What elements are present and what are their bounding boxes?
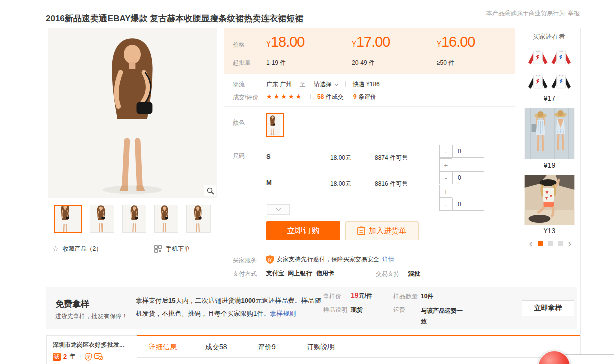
favorite-button[interactable]: 收藏产品（2）	[62, 245, 102, 253]
color-label: 颜色	[233, 118, 245, 127]
tab-reviews[interactable]: 评价9	[258, 336, 276, 358]
review-count-suffix: 条评价	[358, 93, 376, 100]
quantity-input-s[interactable]	[452, 145, 484, 158]
add-to-purchase-list-button[interactable]: 加入进货单	[345, 221, 419, 240]
thumbnail-1-selected[interactable]	[54, 205, 82, 233]
seller-badges: 诚 2 年 | 保	[53, 352, 103, 361]
price-label: 价格	[233, 41, 245, 49]
thumbnail-2[interactable]	[90, 205, 114, 233]
decrease-qty-button-m[interactable]: -	[439, 171, 452, 184]
price-tier-1: ¥18.00	[266, 34, 304, 50]
sample-freight-value: 与该产品运费一致	[421, 306, 465, 327]
moq-tier-2: 20-49 件	[352, 59, 375, 67]
size-row-3-partial: -	[439, 198, 485, 211]
seller-name-link[interactable]: 深圳市龙岗区衣好多批发...	[53, 341, 124, 349]
tab-deals[interactable]: 成交58	[205, 336, 227, 358]
ship-from: 广东 广州	[266, 81, 292, 88]
color-swatch-selected[interactable]	[266, 113, 284, 137]
sample-title: 免费拿样	[55, 298, 89, 310]
buyer-service-label: 买家服务	[233, 256, 257, 265]
size-name-s: S	[266, 153, 271, 160]
size-name-m: M	[266, 179, 272, 186]
size-stock-m: 8816 件可售	[375, 180, 408, 188]
trade-card-icon	[94, 353, 103, 360]
increase-qty-button-m[interactable]: +	[439, 185, 452, 198]
related-item-3[interactable]	[524, 175, 575, 225]
trade-support-label: 交易支持	[376, 270, 400, 278]
related-item-2[interactable]	[524, 108, 575, 159]
divider	[345, 81, 346, 87]
divider	[224, 106, 515, 107]
payment-methods: 支付宝 网上银行 信用卡	[266, 269, 334, 278]
magnifier-icon[interactable]	[204, 185, 216, 196]
deal-rating-row: ★★★★★ 58 件成交 9 条评价	[266, 93, 376, 101]
guarantee-shield-icon: 保	[266, 255, 274, 264]
quantity-input-m[interactable]	[452, 171, 484, 184]
sidebar-title: 买家还在看	[523, 32, 575, 41]
star-rating: ★★★★★	[266, 93, 303, 100]
tab-order-instructions[interactable]: 订购说明	[306, 336, 335, 358]
related-item-2-price: ¥19	[524, 161, 575, 169]
page-dot-3[interactable]	[558, 241, 563, 246]
chevron-down-icon	[334, 81, 339, 88]
free-sample-panel: 免费拿样 进货先拿样，批发有保障！ 拿样支付后15天内，二次店铺进货满1000元…	[46, 287, 577, 329]
decrease-qty-button-s[interactable]: -	[439, 145, 452, 158]
purchase-note: 本产品采购属于商业贸易行为	[486, 9, 565, 18]
sample-price-value: 19元/件	[351, 291, 372, 300]
destination-select[interactable]: 请选择	[314, 81, 339, 88]
logistics-row: 广东 广州 至 请选择 快递 ¥186	[266, 80, 380, 89]
divider: |	[79, 354, 81, 360]
expand-sizes-button[interactable]	[267, 204, 290, 215]
sample-rule-link[interactable]: 拿样规则	[270, 310, 296, 317]
seller-card: 深圳市龙岗区衣好多批发... 诚 2 年 | 保	[46, 335, 137, 364]
review-count[interactable]: 9	[353, 93, 357, 100]
price-tier-3: ¥16.00	[437, 34, 475, 50]
increase-qty-button-s[interactable]: +	[439, 158, 452, 171]
sample-qty-label: 样品数量	[393, 292, 418, 301]
service-detail-link[interactable]: 详情	[382, 255, 394, 264]
page-dot-2[interactable]	[548, 241, 553, 246]
main-product-image[interactable]	[48, 28, 217, 198]
buyer-service-text: 卖家支持先行赔付，保障买家交易安全	[277, 255, 379, 264]
moq-tier-3: ≥50 件	[437, 59, 454, 67]
detail-tabbar: 详细信息 成交58 评价9 订购说明	[137, 335, 580, 358]
sample-subtitle: 进货先拿样，批发有保障！	[55, 312, 128, 321]
deal-count[interactable]: 58	[317, 93, 324, 100]
decrease-qty-button-3[interactable]: -	[439, 198, 452, 211]
related-item-1[interactable]	[524, 42, 575, 93]
related-item-1-image	[524, 42, 575, 93]
seller-years: 2	[63, 353, 67, 360]
related-item-3-price: ¥13	[524, 227, 575, 235]
svg-text:保: 保	[267, 257, 272, 262]
clipboard-icon	[357, 226, 365, 235]
svg-text:保: 保	[86, 354, 90, 359]
qr-code-icon	[154, 245, 162, 253]
price-tier-panel: 价格 起批量 ¥18.00 ¥17.00 ¥16.00 1-19 件 20-49…	[224, 28, 515, 74]
report-link[interactable]: 举报	[568, 9, 580, 18]
tab-detail-info[interactable]: 详细信息	[149, 336, 177, 358]
thumbnail-3[interactable]	[122, 205, 146, 233]
divider-dotted	[224, 143, 515, 143]
chevron-down-icon	[276, 208, 281, 211]
chengxin-badge-icon: 诚	[53, 353, 61, 361]
trade-support-value: 混批	[408, 270, 420, 278]
sample-price-label: 拿样价	[323, 292, 341, 301]
thumbnail-5[interactable]	[186, 205, 211, 233]
page-dot-1-active[interactable]	[538, 241, 543, 246]
order-now-button[interactable]: 立即订购	[266, 221, 340, 240]
favorite-star-icon: ☆	[52, 244, 59, 253]
next-page-arrow-icon[interactable]: ›	[568, 240, 572, 247]
moq-label: 起批量	[233, 59, 251, 67]
mobile-order-button[interactable]: 手机下单	[166, 245, 190, 253]
prev-page-arrow-icon[interactable]: ‹	[529, 240, 533, 247]
thumbnail-4[interactable]	[154, 205, 178, 233]
deal-rating-label: 成交\评价	[233, 93, 258, 102]
get-sample-button[interactable]: 立即拿样	[522, 300, 574, 316]
related-item-2-image	[524, 108, 575, 159]
quantity-input-3[interactable]	[452, 198, 484, 211]
express-fee: 快递 ¥186	[353, 81, 380, 88]
guarantee-shield-outline-icon: 保	[85, 353, 92, 361]
related-item-3-image	[524, 175, 575, 225]
payment-label: 支付方式	[233, 270, 257, 278]
product-page: 2016新品速卖通EBAY爆款 复古赫本收腰显瘦条纹裙热卖连衣裙短裙 本产品采购…	[0, 0, 614, 364]
